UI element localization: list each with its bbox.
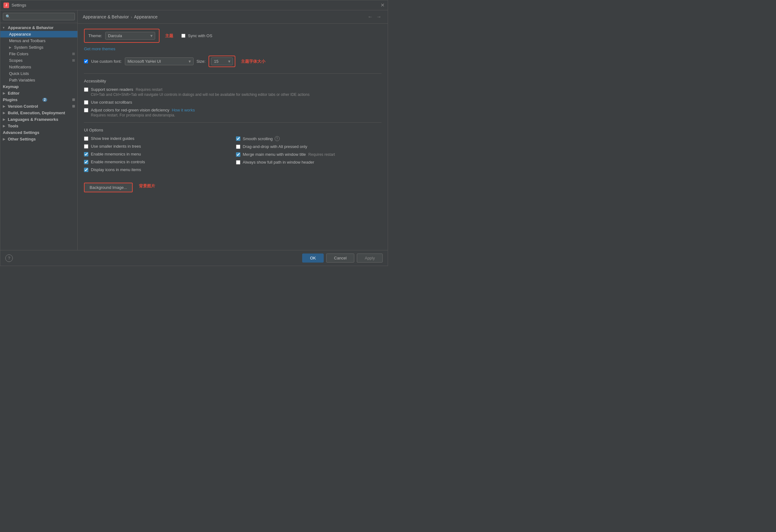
ui-options-title: UI Options: [84, 128, 381, 132]
sidebar-item-version-control[interactable]: ▶ Version Control ⊞: [0, 103, 77, 110]
merge-requires-restart-label: Requires restart: [309, 152, 335, 157]
sidebar-item-tools[interactable]: ▶ Tools: [0, 123, 77, 129]
sidebar-item-label: Menus and Toolbars: [9, 38, 45, 43]
background-image-button[interactable]: Background Image...: [84, 183, 133, 192]
smaller-indents-checkbox[interactable]: [84, 144, 88, 149]
search-input[interactable]: [3, 13, 75, 20]
always-full-path-checkbox[interactable]: [236, 160, 240, 165]
merge-menu-checkbox[interactable]: [236, 152, 240, 157]
sidebar-item-quick-lists[interactable]: Quick Lists: [0, 70, 77, 77]
breadcrumb-current: Appearance: [134, 14, 158, 19]
grid-icon: ⊞: [72, 52, 75, 56]
theme-label: Theme:: [88, 33, 102, 38]
size-select-wrapper: 15 ▼: [211, 57, 233, 65]
drag-drop-checkbox[interactable]: [236, 145, 240, 149]
sidebar-item-label: Appearance: [9, 32, 31, 36]
search-box: [0, 10, 77, 23]
always-full-path-label: Always show full path in window header: [243, 160, 314, 165]
sidebar-item-label: Keymap: [3, 84, 19, 89]
sync-os-checkbox[interactable]: [181, 34, 185, 38]
screen-readers-checkbox[interactable]: [84, 87, 88, 92]
theme-select[interactable]: Darcula: [105, 32, 155, 40]
show-tree-indent-checkbox[interactable]: [84, 137, 88, 141]
merge-menu-row: Merge main menu with window title Requir…: [236, 152, 382, 157]
smaller-indents-label: Use smaller indents in trees: [91, 144, 141, 149]
grid-icon: ⊞: [72, 98, 75, 102]
sidebar-item-plugins[interactable]: Plugins 2 ⊞: [0, 97, 77, 103]
ui-options-right: Smooth scrolling ? Drag-and-drop with Al…: [236, 136, 382, 175]
sidebar-item-label: Build, Execution, Deployment: [8, 111, 65, 115]
sidebar-tree: ▾ Appearance & Behavior Appearance Menus…: [0, 23, 77, 250]
custom-font-label: Use custom font:: [91, 59, 122, 64]
content-panel: Appearance & Behavior › Appearance ← → T…: [78, 10, 388, 250]
settings-window: J Settings ✕ ▾ Appearance & Behavior App…: [0, 0, 388, 266]
screen-readers-row: Support screen readers Requires restart …: [84, 87, 381, 97]
contrast-scrollbars-row: Use contrast scrollbars: [84, 100, 381, 105]
sidebar-item-label: Other Settings: [8, 137, 36, 141]
smooth-scrolling-checkbox[interactable]: [236, 137, 240, 141]
sidebar-item-keymap[interactable]: Keymap: [0, 83, 77, 90]
mnemonics-controls-checkbox[interactable]: [84, 160, 88, 164]
adjust-colors-content: Adjust colors for red-green vision defic…: [91, 108, 195, 118]
background-annotation: 背景图片: [139, 183, 155, 189]
font-select[interactable]: Microsoft YaHei UI: [125, 57, 194, 65]
sidebar-item-label: Editor: [8, 91, 20, 96]
sidebar-item-other-settings[interactable]: ▶ Other Settings: [0, 136, 77, 142]
how-it-works-link[interactable]: How it works: [172, 108, 195, 113]
sidebar-item-editor[interactable]: ▶ Editor: [0, 90, 77, 97]
sidebar-item-label: System Settings: [14, 45, 43, 50]
size-select[interactable]: 15: [211, 57, 233, 65]
theme-box: Theme: Darcula ▼: [84, 29, 160, 43]
ok-button[interactable]: OK: [302, 253, 324, 262]
display-icons-checkbox[interactable]: [84, 168, 88, 172]
sidebar-item-label: Quick Lists: [9, 71, 29, 76]
sidebar-item-file-colors[interactable]: File Colors ⊞: [0, 50, 77, 57]
sidebar-item-scopes[interactable]: Scopes ⊞: [0, 57, 77, 64]
sidebar-item-path-variables[interactable]: Path Variables: [0, 77, 77, 83]
sidebar-item-appearance[interactable]: Appearance: [0, 31, 77, 37]
show-tree-indent-label: Show tree indent guides: [91, 136, 134, 141]
app-icon: J: [3, 2, 9, 8]
close-button[interactable]: ✕: [381, 3, 385, 8]
custom-font-checkbox[interactable]: [84, 59, 88, 63]
nav-arrows: ← →: [366, 13, 383, 20]
chevron-right-icon: ▶: [3, 111, 7, 115]
font-select-wrapper: Microsoft YaHei UI ▼: [125, 57, 194, 65]
sidebar-item-menus-toolbars[interactable]: Menus and Toolbars: [0, 37, 77, 44]
cancel-button[interactable]: Cancel: [326, 253, 354, 262]
smooth-scrolling-label: Smooth scrolling: [243, 137, 273, 141]
adjust-colors-checkbox[interactable]: [84, 108, 88, 113]
mnemonics-controls-row: Enable mnemonics in controls: [84, 160, 230, 164]
titlebar: J Settings ✕: [0, 0, 388, 10]
sync-row: Sync with OS: [181, 33, 212, 38]
display-icons-row: Display icons in menu items: [84, 167, 230, 172]
nav-back-arrow[interactable]: ←: [366, 13, 374, 20]
contrast-scrollbars-checkbox[interactable]: [84, 100, 88, 105]
font-row: Use custom font: Microsoft YaHei UI ▼ Si…: [84, 55, 381, 67]
sidebar-item-build-execution[interactable]: ▶ Build, Execution, Deployment: [0, 110, 77, 116]
breadcrumb-parent: Appearance & Behavior: [83, 14, 129, 19]
breadcrumb: Appearance & Behavior › Appearance ← →: [78, 10, 388, 24]
sidebar-item-languages-frameworks[interactable]: ▶ Languages & Frameworks: [0, 116, 77, 123]
apply-button[interactable]: Apply: [357, 253, 383, 262]
background-image-row: Background Image... 背景图片: [84, 180, 381, 192]
grid-icon: ⊞: [72, 104, 75, 108]
get-more-themes-link[interactable]: Get more themes: [84, 46, 115, 51]
screen-readers-content: Support screen readers Requires restart …: [91, 87, 310, 97]
smooth-scrolling-row: Smooth scrolling ?: [236, 136, 382, 141]
sidebar-item-system-settings[interactable]: ▶ System Settings: [0, 44, 77, 50]
size-box: 15 ▼: [208, 55, 235, 67]
sidebar-item-appearance-behavior[interactable]: ▾ Appearance & Behavior: [0, 24, 77, 31]
help-button[interactable]: ?: [5, 254, 13, 262]
mnemonics-menu-checkbox[interactable]: [84, 152, 88, 156]
display-icons-label: Display icons in menu items: [91, 167, 141, 172]
nav-forward-arrow[interactable]: →: [375, 13, 383, 20]
sidebar-item-notifications[interactable]: Notifications: [0, 64, 77, 70]
chevron-right-icon: ▶: [3, 124, 7, 128]
chevron-right-icon: ▶: [3, 137, 7, 141]
sidebar-item-label: File Colors: [9, 51, 28, 56]
sidebar-item-advanced-settings[interactable]: Advanced Settings: [0, 129, 77, 136]
smooth-scrolling-help-icon[interactable]: ?: [275, 136, 280, 141]
chevron-right-icon: ▶: [3, 105, 7, 108]
drag-drop-label: Drag-and-drop with Alt pressed only: [243, 144, 308, 149]
